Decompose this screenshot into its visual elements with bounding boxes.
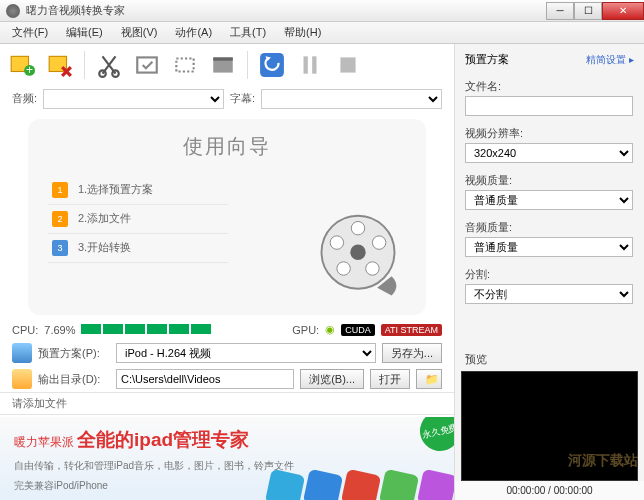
- minimize-button[interactable]: ─: [546, 2, 574, 20]
- vquality-label: 视频质量:: [455, 169, 644, 190]
- svg-rect-11: [304, 57, 308, 74]
- film-reel-icon: [310, 209, 406, 305]
- preset-label: 预置方案(P):: [38, 346, 110, 361]
- subtitle-select[interactable]: [261, 89, 442, 109]
- ad-cubes-icon: [268, 472, 454, 500]
- aquality-select[interactable]: 普通质量: [465, 237, 633, 257]
- ad-banner[interactable]: 永久免费 暖力苹果派 全能的ipad管理专家 自由传输，转化和管理iPad音乐，…: [0, 417, 454, 500]
- wizard-step-1[interactable]: 11.选择预置方案: [48, 176, 228, 205]
- filename-label: 文件名:: [455, 75, 644, 96]
- svg-rect-9: [213, 58, 233, 61]
- svg-point-15: [350, 245, 365, 260]
- svg-point-17: [372, 236, 385, 249]
- folder-icon: [12, 369, 32, 389]
- gpu-label: GPU:: [292, 324, 319, 336]
- preset-icon: [12, 343, 32, 363]
- wizard-title: 使用向导: [48, 133, 406, 160]
- cuda-badge: CUDA: [341, 324, 375, 336]
- output-dir-input[interactable]: [116, 369, 294, 389]
- split-select[interactable]: 不分割: [465, 284, 633, 304]
- filename-input[interactable]: [465, 96, 633, 116]
- wizard-panel: 使用向导 11.选择预置方案 22.添加文件 33.开始转换: [28, 119, 426, 316]
- ati-badge: ATI STREAM: [381, 324, 442, 336]
- menu-help[interactable]: 帮助(H): [276, 23, 329, 42]
- aquality-label: 音频质量:: [455, 216, 644, 237]
- wizard-step-3[interactable]: 33.开始转换: [48, 234, 228, 263]
- menu-file[interactable]: 文件(F): [4, 23, 56, 42]
- menu-bar: 文件(F) 编辑(E) 视图(V) 动作(A) 工具(T) 帮助(H): [0, 22, 644, 44]
- nvidia-icon: ◉: [325, 323, 335, 336]
- time-display: 00:00:00 / 00:00:00: [455, 481, 644, 500]
- window-title: 曙力音视频转换专家: [26, 3, 546, 18]
- output-label: 输出目录(D):: [38, 372, 110, 387]
- browse-button[interactable]: 浏览(B)...: [300, 369, 364, 389]
- vquality-select[interactable]: 普通质量: [465, 190, 633, 210]
- split-label: 分割:: [455, 263, 644, 284]
- pause-icon[interactable]: [296, 51, 324, 79]
- cpu-value: 7.69%: [44, 324, 75, 336]
- svg-rect-13: [340, 58, 355, 73]
- resolution-select[interactable]: 320x240: [465, 143, 633, 163]
- resolution-label: 视频分辨率:: [455, 122, 644, 143]
- svg-rect-7: [176, 59, 193, 72]
- app-icon: [6, 4, 20, 18]
- svg-point-19: [337, 262, 350, 275]
- preset-panel-title: 预置方案: [465, 52, 509, 67]
- save-as-button[interactable]: 另存为...: [382, 343, 442, 363]
- effect-icon[interactable]: [209, 51, 237, 79]
- maximize-button[interactable]: ☐: [574, 2, 602, 20]
- close-button[interactable]: ✕: [602, 2, 644, 20]
- subtitle-label: 字幕:: [230, 91, 255, 106]
- audio-label: 音频:: [12, 91, 37, 106]
- preview-label: 预览: [455, 346, 644, 371]
- add-file-icon[interactable]: +: [8, 51, 36, 79]
- svg-point-20: [330, 236, 343, 249]
- edit-icon[interactable]: [133, 51, 161, 79]
- cpu-label: CPU:: [12, 324, 38, 336]
- remove-file-icon[interactable]: [46, 51, 74, 79]
- free-badge: 永久免费: [416, 417, 454, 455]
- svg-rect-10: [260, 53, 284, 77]
- audio-select[interactable]: [43, 89, 224, 109]
- cut-icon[interactable]: [95, 51, 123, 79]
- convert-icon[interactable]: [258, 51, 286, 79]
- svg-point-16: [351, 222, 364, 235]
- svg-rect-6: [137, 58, 157, 73]
- preset-select[interactable]: iPod - H.264 视频: [116, 343, 376, 363]
- menu-action[interactable]: 动作(A): [167, 23, 220, 42]
- menu-tools[interactable]: 工具(T): [222, 23, 274, 42]
- explorer-button[interactable]: 📁: [416, 369, 442, 389]
- svg-rect-12: [312, 57, 316, 74]
- svg-text:+: +: [26, 63, 33, 77]
- step-icon: 2: [52, 211, 68, 227]
- menu-edit[interactable]: 编辑(E): [58, 23, 111, 42]
- open-button[interactable]: 打开: [370, 369, 410, 389]
- menu-view[interactable]: 视图(V): [113, 23, 166, 42]
- stop-icon[interactable]: [334, 51, 362, 79]
- crop-icon[interactable]: [171, 51, 199, 79]
- step-icon: 1: [52, 182, 68, 198]
- wizard-step-2[interactable]: 22.添加文件: [48, 205, 228, 234]
- preview-area: [461, 371, 638, 481]
- cpu-bars: [81, 324, 213, 336]
- step-icon: 3: [52, 240, 68, 256]
- svg-point-18: [366, 262, 379, 275]
- status-bar: 请添加文件: [0, 392, 454, 415]
- advanced-settings-link[interactable]: 精简设置 ▸: [586, 53, 634, 67]
